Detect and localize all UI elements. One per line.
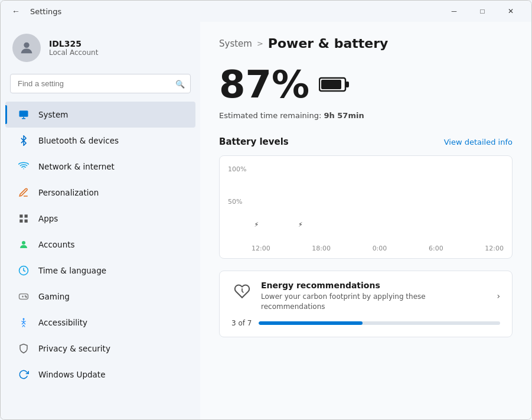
breadcrumb-parent: System: [219, 38, 252, 49]
x-labels: 12:00 18:00 0:00 6:00 12:00: [252, 245, 504, 252]
sidebar-item-network[interactable]: Network & internet: [5, 154, 195, 180]
energy-progress-bar: [259, 321, 500, 325]
svg-rect-17: [345, 82, 349, 87]
breadcrumb: System > Power & battery: [219, 36, 513, 51]
battery-percent-value: 87%: [219, 63, 309, 106]
energy-icon: [231, 281, 253, 302]
settings-window: ← Settings ─ □ ✕ IDL325 Local Accou: [0, 0, 532, 420]
energy-recommendations-card[interactable]: Energy recommendations Lower your carbon…: [219, 271, 513, 337]
avatar: [12, 34, 41, 62]
x-label-4: 6:00: [429, 245, 443, 252]
maximize-button[interactable]: □: [469, 2, 496, 21]
x-label-1: 12:00: [252, 245, 270, 252]
chart-container: 100% 50% 12:00 18:00 0:00 6:00 12:00: [219, 155, 513, 259]
apps-icon: [17, 212, 30, 225]
privacy-icon: [17, 342, 30, 355]
x-label-2: 18:00: [312, 245, 331, 252]
energy-progress-row: 3 of 7: [231, 319, 500, 327]
svg-rect-6: [19, 220, 22, 223]
energy-text: Energy recommendations Lower your carbon…: [261, 281, 488, 312]
search-box: 🔍: [10, 74, 191, 93]
y-label-50: 50%: [228, 198, 249, 206]
bluetooth-icon: [17, 134, 30, 147]
personalization-icon: [17, 186, 30, 199]
svg-rect-7: [25, 220, 28, 223]
username: IDL325: [49, 39, 98, 48]
sidebar-item-label: Personalization: [38, 188, 99, 197]
breadcrumb-current: Power & battery: [268, 36, 389, 51]
system-icon: [17, 108, 30, 121]
sidebar: IDL325 Local Account 🔍 System: [1, 22, 200, 419]
view-detailed-link[interactable]: View detailed info: [444, 138, 513, 146]
energy-card-header: Energy recommendations Lower your carbon…: [231, 281, 500, 312]
y-label-100: 100%: [228, 165, 249, 173]
content-area: IDL325 Local Account 🔍 System: [1, 22, 531, 419]
svg-point-8: [22, 241, 25, 245]
svg-rect-1: [19, 110, 28, 117]
sidebar-item-accounts[interactable]: Accounts: [5, 232, 195, 258]
window-controls: ─ □ ✕: [440, 2, 524, 21]
nav: System Bluetooth & devices Network & int…: [1, 102, 200, 388]
search-input[interactable]: [10, 74, 191, 93]
sidebar-item-label: Time & language: [38, 266, 106, 275]
sidebar-item-time[interactable]: Time & language: [5, 258, 195, 284]
sidebar-item-update[interactable]: Windows Update: [5, 362, 195, 388]
sidebar-item-personalization[interactable]: Personalization: [5, 180, 195, 206]
back-button[interactable]: ←: [8, 3, 24, 19]
energy-progress-fill: [259, 321, 363, 325]
energy-title: Energy recommendations: [261, 281, 488, 290]
energy-chevron-icon: ›: [497, 291, 500, 301]
time-icon: [17, 264, 30, 277]
sidebar-item-label: System: [38, 110, 68, 119]
svg-point-0: [24, 43, 29, 48]
sidebar-item-label: Network & internet: [38, 162, 115, 171]
window-title: Settings: [30, 7, 61, 16]
network-icon: [17, 160, 30, 173]
sidebar-item-privacy[interactable]: Privacy & security: [5, 336, 195, 362]
user-profile[interactable]: IDL325 Local Account: [1, 22, 200, 71]
sidebar-item-system[interactable]: System: [5, 102, 195, 128]
sidebar-item-bluetooth[interactable]: Bluetooth & devices: [5, 128, 195, 154]
x-label-5: 12:00: [485, 245, 504, 252]
gaming-icon: [17, 290, 30, 303]
sidebar-item-label: Gaming: [38, 292, 70, 301]
sidebar-item-label: Apps: [38, 214, 58, 223]
energy-desc: Lower your carbon footprint by applying …: [261, 292, 488, 312]
minimize-button[interactable]: ─: [440, 2, 468, 21]
sidebar-item-label: Privacy & security: [38, 344, 110, 353]
sidebar-item-label: Bluetooth & devices: [38, 136, 119, 145]
close-button[interactable]: ✕: [497, 2, 524, 21]
svg-rect-18: [321, 80, 341, 89]
breadcrumb-arrow: >: [257, 39, 263, 48]
y-labels: 100% 50%: [228, 165, 249, 230]
title-bar-left: ← Settings: [8, 3, 440, 19]
x-label-3: 0:00: [373, 245, 387, 252]
battery-icon: [319, 76, 350, 93]
chart-area: 100% 50%: [228, 165, 504, 242]
energy-progress-text: 3 of 7: [231, 319, 252, 327]
main-content: System > Power & battery 87% Estimated t…: [200, 22, 531, 419]
account-type: Local Account: [49, 48, 98, 57]
chart-title: Battery levels: [219, 136, 289, 147]
sidebar-item-accessibility[interactable]: Accessibility: [5, 310, 195, 336]
svg-rect-4: [19, 214, 22, 217]
sidebar-item-label: Accounts: [38, 240, 75, 249]
sidebar-item-gaming[interactable]: Gaming: [5, 284, 195, 310]
user-info: IDL325 Local Account: [49, 39, 98, 57]
svg-rect-5: [25, 214, 28, 217]
sidebar-item-label: Accessibility: [38, 318, 87, 327]
estimated-label: Estimated time remaining:: [219, 111, 321, 120]
title-bar: ← Settings ─ □ ✕: [1, 1, 531, 22]
estimated-time: Estimated time remaining: 9h 57min: [219, 111, 513, 120]
battery-percentage-display: 87%: [219, 63, 513, 106]
battery-chart-section: Battery levels View detailed info 100% 5…: [219, 136, 513, 259]
update-icon: [17, 368, 30, 381]
chart-header: Battery levels View detailed info: [219, 136, 513, 147]
svg-point-14: [26, 297, 27, 298]
accounts-icon: [17, 238, 30, 251]
sidebar-item-apps[interactable]: Apps: [5, 206, 195, 232]
accessibility-icon: [17, 316, 30, 329]
bars-wrapper: [252, 165, 504, 230]
estimated-value: 9h 57min: [324, 111, 364, 120]
svg-point-15: [23, 318, 25, 320]
